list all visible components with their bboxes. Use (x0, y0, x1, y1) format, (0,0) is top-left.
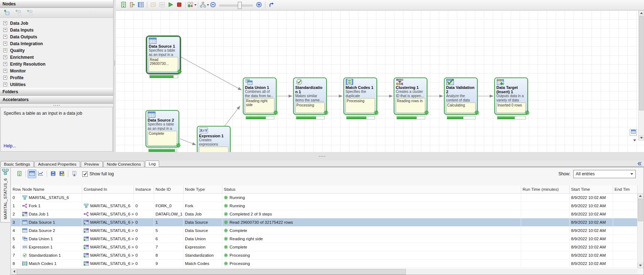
tab-basic-settings[interactable]: Basic Settings (0, 161, 34, 167)
show-entries-dropdown[interactable]: All entries (573, 170, 636, 178)
canvas-node-expression-1[interactable]: X=YExpression 1Creates expressions usin.… (197, 126, 231, 152)
expand-icon[interactable]: + (3, 55, 7, 59)
add-connected-node-button[interactable] (14, 9, 22, 17)
job-vertical-tab[interactable]: MARITAL_STATUS_6 (0, 167, 10, 223)
canvas-node-data-validation-2[interactable]: Data Validation 2Analyze the content of … (444, 77, 478, 115)
log-scroll-thumb[interactable] (638, 199, 643, 221)
folders-section-header[interactable]: Folders (0, 88, 113, 96)
tab-advanced-properties[interactable]: Advanced Properties (34, 161, 80, 167)
log-table-row[interactable]: 5Data Union 1MARITAL_STATUS_6 > Fo06Data… (11, 235, 638, 243)
reset-view-button[interactable] (267, 1, 276, 9)
zoom-slider[interactable] (219, 1, 252, 9)
tab-node-connections[interactable]: Node Connections (103, 161, 145, 167)
grid-view-button[interactable] (28, 170, 36, 178)
canvas-node-data-union-1[interactable]: Data Union 1Combines all of the data fro… (243, 77, 277, 115)
accelerators-section-header[interactable]: Accelerators (0, 96, 113, 104)
tree-item-enrichment[interactable]: +Enrichment (0, 54, 113, 61)
tree-item-profile[interactable]: +Profile (0, 74, 113, 81)
column-header-run_time[interactable]: Run Time (minutes) (521, 185, 570, 193)
save-log-button[interactable] (49, 170, 57, 178)
log-table-row[interactable]: 2Data Job 1MARITAL_STATUS_6 > Fo0DATAFLO… (11, 210, 638, 218)
tab-log[interactable]: Log (145, 161, 159, 167)
log-hscroll-thumb[interactable] (17, 269, 406, 275)
canvas-overview-button[interactable] (630, 129, 637, 136)
save-log-as-button[interactable] (57, 170, 66, 178)
node-status-menu-button[interactable] (187, 1, 196, 9)
column-header-node_name[interactable]: Node Name (21, 185, 82, 193)
exit-run-mode-button[interactable] (128, 1, 136, 9)
expand-icon[interactable]: + (3, 69, 7, 73)
column-header-status[interactable]: Status (222, 185, 521, 193)
tree-item-data-job[interactable]: +Data Job (0, 20, 113, 27)
canvas-scroll-thumb[interactable] (639, 16, 644, 110)
canvas-node-data-source-1[interactable]: Data Source 1Specifies a table as an inp… (147, 36, 180, 74)
scroll-to-end-button[interactable] (70, 170, 79, 178)
log-table-row[interactable]: 1Fork 1MARITAL_STATUS_60FORK_0ForkRunnin… (11, 202, 638, 210)
log-scroll-left-button[interactable] (11, 269, 17, 274)
canvas-overview-menu[interactable] (633, 139, 636, 141)
expand-icon[interactable]: + (3, 62, 7, 66)
expand-icon[interactable]: + (3, 76, 7, 80)
show-full-log-checkbox[interactable] (82, 171, 88, 177)
canvas-scroll-down-button[interactable] (639, 135, 644, 141)
tree-item-data-inputs[interactable]: +Data Inputs (0, 27, 113, 33)
description-splitter[interactable] (0, 104, 113, 107)
log-table-row[interactable]: 7Standardization 1MARITAL_STATUS_6 > Fo0… (11, 251, 638, 260)
canvas-node-data-source-2[interactable]: Data Source 2Specifies a table as an inp… (145, 110, 179, 147)
canvas-node-match-codes-1[interactable]: Match Codes 1Specifies the duplicate rec… (343, 77, 377, 115)
canvas-vertical-scrollbar[interactable] (638, 10, 644, 141)
cell-text: 2 (13, 212, 15, 216)
canvas-node-clustering-1[interactable]: Clustering 1Creates a cluster ID that is… (394, 77, 427, 115)
tree-item-entity-resolution[interactable]: +Entity Resolution (0, 61, 113, 67)
add-branch-node-button[interactable] (25, 9, 34, 17)
expand-icon[interactable]: + (3, 28, 7, 32)
show-run-log-button[interactable] (119, 1, 128, 9)
run-properties-button[interactable] (136, 1, 145, 9)
tree-item-data-outputs[interactable]: +Data Outputs (0, 33, 113, 40)
log-horizontal-scrollbar[interactable] (11, 269, 638, 274)
log-table-row[interactable]: 3Data Source 1MARITAL_STATUS_6 > Fo01Dat… (11, 218, 638, 227)
log-table-row[interactable]: 0MARITAL_STATUS_6Running8/9/2022 10:02 A… (11, 194, 638, 202)
tab-preview[interactable]: Preview (81, 161, 103, 167)
horizontal-splitter[interactable] (0, 152, 644, 161)
log-table-row[interactable]: 6x=zExpression 1MARITAL_STATUS_6 > Fo07E… (11, 243, 638, 251)
tree-item-utilities[interactable]: +Utilities (0, 81, 113, 88)
column-header-instance[interactable]: Instance (134, 185, 154, 193)
nodes-section-header[interactable]: Nodes (0, 0, 113, 8)
column-header-contained_in[interactable]: Contained In (82, 185, 134, 193)
help-link[interactable]: Help... (4, 143, 16, 148)
expand-icon[interactable]: + (3, 35, 7, 39)
grid-layout-menu-button[interactable] (200, 1, 209, 9)
chart-view-button[interactable] (36, 170, 45, 178)
export-log-button[interactable] (15, 170, 24, 178)
column-header-node_type[interactable]: Node Type (184, 185, 222, 193)
tree-item-data-integration[interactable]: +Data Integration (0, 40, 113, 47)
canvas-node-data-target-insert-1[interactable]: Data Target (Insert) 1Outputs data in a … (494, 77, 528, 115)
log-scroll-up-button[interactable] (638, 193, 643, 199)
log-table-row[interactable]: 4Data Source 2MARITAL_STATUS_6 > Fo05Dat… (11, 227, 638, 235)
column-header-row[interactable]: Row (11, 185, 21, 193)
expand-icon[interactable]: + (3, 42, 7, 46)
column-header-start_time[interactable]: Start Time (570, 185, 613, 193)
expand-icon[interactable]: + (3, 82, 7, 86)
tree-item-monitor[interactable]: +Monitor (0, 67, 113, 74)
canvas-scroll-up-button[interactable] (639, 10, 644, 16)
column-header-node_id[interactable]: Node ID (154, 185, 184, 193)
expand-icon[interactable]: + (3, 21, 7, 25)
flow-canvas[interactable]: Data Source 1Specifies a table as an inp… (116, 10, 644, 152)
collapse-panel-icon[interactable] (637, 161, 642, 167)
cell-node_id: 6 (154, 235, 184, 243)
zoom-slider-thumb[interactable] (238, 2, 242, 9)
zoom-out-button[interactable] (209, 1, 217, 9)
log-scroll-down-button[interactable] (638, 263, 643, 268)
canvas-node-standardization-1[interactable]: Standardization 1Makes similar items the… (293, 77, 327, 115)
run-button[interactable] (166, 1, 175, 9)
expand-icon[interactable]: + (3, 48, 7, 52)
column-header-end_time[interactable]: End Tim (613, 185, 638, 193)
stop-button[interactable] (175, 1, 184, 9)
log-table-row[interactable]: 8Match Codes 1MARITAL_STATUS_6 > Fo09Mat… (11, 260, 638, 268)
zoom-in-button[interactable] (255, 1, 263, 9)
log-vertical-scrollbar[interactable] (637, 193, 643, 268)
tree-item-quality[interactable]: +Quality (0, 47, 113, 54)
add-node-button[interactable] (2, 9, 11, 17)
